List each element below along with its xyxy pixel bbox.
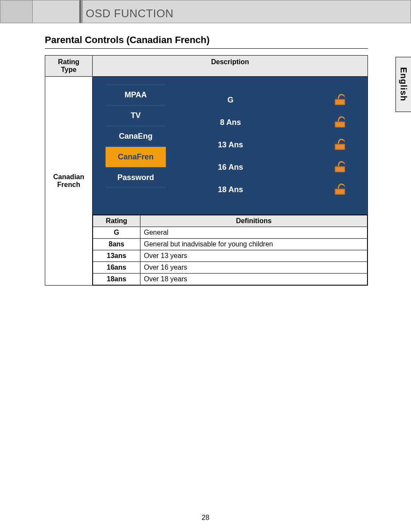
td-rating: G xyxy=(93,227,140,239)
header-accent-stripe xyxy=(79,0,83,23)
table-row: 13ans Over 13 years xyxy=(93,250,367,262)
osd-rating-label: 13 Ans xyxy=(205,140,256,149)
td-rating: 13ans xyxy=(93,250,140,262)
osd-rating-row[interactable]: 18 Ans xyxy=(205,178,355,201)
osd-menu-item-password[interactable]: Password xyxy=(106,167,166,188)
parental-controls-table: Rating Type Description Canadian French … xyxy=(45,55,368,286)
osd-menu-item-mpaa[interactable]: MPAA xyxy=(106,84,166,105)
language-side-tab-label: English xyxy=(399,67,408,101)
page-header: OSD FUNCTION xyxy=(0,0,411,23)
osd-rating-label: 8 Ans xyxy=(205,118,256,127)
lock-open-icon xyxy=(335,95,347,105)
table-row: G General xyxy=(93,227,367,239)
td-osd-screenshot: MPAA TV CanaEng CanaFren Password G 8 An… xyxy=(93,77,368,215)
osd-rating-label: 16 Ans xyxy=(205,163,256,172)
td-definition: General but inadvisable for young childr… xyxy=(140,239,367,250)
osd-menu-item-canafren[interactable]: CanaFren xyxy=(106,146,166,167)
table-row: 8ans General but inadvisable for young c… xyxy=(93,239,367,250)
td-rating: 16ans xyxy=(93,262,140,274)
td-definition: Over 18 years xyxy=(140,274,367,285)
th-rating: Rating xyxy=(93,215,140,227)
osd-rating-row[interactable]: 13 Ans xyxy=(205,134,355,156)
td-definition: Over 13 years xyxy=(140,250,367,262)
language-side-tab[interactable]: English xyxy=(395,57,411,112)
section-divider xyxy=(45,48,368,49)
th-rating-type: Rating Type xyxy=(45,56,93,77)
osd-rating-row[interactable]: G xyxy=(205,89,355,111)
definitions-table: Rating Definitions G General 8ans Genera… xyxy=(93,215,367,285)
td-rating: 8ans xyxy=(93,239,140,250)
page-number: 28 xyxy=(0,514,411,522)
lock-open-icon xyxy=(335,184,347,195)
osd-rating-row[interactable]: 8 Ans xyxy=(205,111,355,134)
td-rating-type-label: Canadian French xyxy=(45,77,93,286)
lock-open-icon xyxy=(335,162,347,172)
osd-menu-item-canaeng[interactable]: CanaEng xyxy=(106,126,166,146)
header-spacer-block xyxy=(0,0,33,23)
th-description: Description xyxy=(93,56,368,77)
osd-rating-row[interactable]: 16 Ans xyxy=(205,156,355,178)
th-definitions: Definitions xyxy=(140,215,367,227)
lock-open-icon xyxy=(335,140,347,150)
osd-ratings-list: G 8 Ans 13 Ans 16 Ans xyxy=(205,89,355,201)
td-definition: General xyxy=(140,227,367,239)
osd-rating-label: G xyxy=(205,96,256,105)
td-rating: 18ans xyxy=(93,274,140,285)
osd-panel: MPAA TV CanaEng CanaFren Password G 8 An… xyxy=(93,77,367,215)
osd-menu-item-tv[interactable]: TV xyxy=(106,105,166,126)
osd-rating-label: 18 Ans xyxy=(205,185,256,194)
td-definitions: Rating Definitions G General 8ans Genera… xyxy=(93,215,368,286)
lock-open-icon xyxy=(335,117,347,128)
td-definition: Over 16 years xyxy=(140,262,367,274)
table-row: 16ans Over 16 years xyxy=(93,262,367,274)
header-title: OSD FUNCTION xyxy=(86,7,174,20)
section-title: Parental Controls (Canadian French) xyxy=(45,34,210,46)
table-row: 18ans Over 18 years xyxy=(93,274,367,285)
osd-menu: MPAA TV CanaEng CanaFren Password xyxy=(106,84,166,188)
